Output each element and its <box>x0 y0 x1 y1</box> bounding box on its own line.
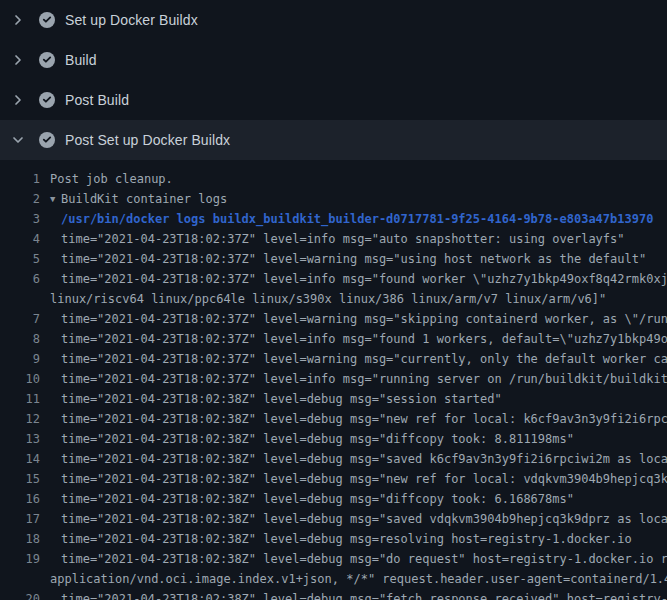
log-text: time="2021-04-23T18:02:38Z" level=debug … <box>61 429 574 449</box>
line-number <box>0 289 40 309</box>
line-number[interactable]: 9 <box>0 349 40 369</box>
chevron-right-icon <box>10 92 26 108</box>
log-group-row: ▼BuildKit container logs <box>50 189 227 209</box>
line-number[interactable]: 12 <box>0 409 40 429</box>
check-circle-icon <box>39 52 55 68</box>
log-row: 9time="2021-04-23T18:02:37Z" level=warni… <box>0 349 667 369</box>
line-number[interactable]: 6 <box>0 269 40 289</box>
line-number <box>0 569 40 589</box>
log-row: 14time="2021-04-23T18:02:38Z" level=debu… <box>0 449 667 469</box>
log-row: 16time="2021-04-23T18:02:38Z" level=debu… <box>0 489 667 509</box>
log-text: time="2021-04-23T18:02:38Z" level=debug … <box>61 409 667 429</box>
line-number[interactable]: 18 <box>0 529 40 549</box>
line-number[interactable]: 13 <box>0 429 40 449</box>
log-row: 2▼BuildKit container logs <box>0 189 667 209</box>
log-text: time="2021-04-23T18:02:37Z" level=warnin… <box>61 349 667 369</box>
line-number[interactable]: 1 <box>0 169 40 189</box>
log-text: time="2021-04-23T18:02:38Z" level=debug … <box>61 509 667 529</box>
line-number[interactable]: 20 <box>0 589 40 600</box>
line-number[interactable]: 2 <box>0 189 40 209</box>
log-text: time="2021-04-23T18:02:38Z" level=debug … <box>61 589 667 600</box>
log-panel: 1Post job cleanup.2▼BuildKit container l… <box>0 160 667 600</box>
log-text: time="2021-04-23T18:02:38Z" level=debug … <box>61 529 632 549</box>
check-circle-icon <box>39 132 55 148</box>
log-row: 6time="2021-04-23T18:02:37Z" level=info … <box>0 269 667 289</box>
step-label: Post Build <box>65 92 129 108</box>
line-number[interactable]: 3 <box>0 209 40 229</box>
log-text: time="2021-04-23T18:02:37Z" level=info m… <box>61 329 667 349</box>
log-text: time="2021-04-23T18:02:37Z" level=warnin… <box>61 249 646 269</box>
log-row: 1Post job cleanup. <box>0 169 667 189</box>
log-text: time="2021-04-23T18:02:37Z" level=warnin… <box>61 309 667 329</box>
log-row: application/vnd.oci.image.index.v1+json,… <box>0 569 667 589</box>
check-circle-icon <box>39 92 55 108</box>
log-row: 17time="2021-04-23T18:02:38Z" level=debu… <box>0 509 667 529</box>
log-group-title: BuildKit container logs <box>61 192 227 206</box>
log-text: time="2021-04-23T18:02:38Z" level=debug … <box>61 549 667 569</box>
step-label: Set up Docker Buildx <box>65 12 198 28</box>
chevron-right-icon <box>10 12 26 28</box>
log-rows: 1Post job cleanup.2▼BuildKit container l… <box>0 169 667 600</box>
log-row: 5time="2021-04-23T18:02:37Z" level=warni… <box>0 249 667 269</box>
log-row: 18time="2021-04-23T18:02:38Z" level=debu… <box>0 529 667 549</box>
step-row-post-build[interactable]: Post Build <box>0 80 667 120</box>
log-row: 10time="2021-04-23T18:02:37Z" level=info… <box>0 369 667 389</box>
steps-panel: Set up Docker Buildx Build Post Build Po… <box>0 0 667 160</box>
line-number[interactable]: 5 <box>0 249 40 269</box>
log-text: time="2021-04-23T18:02:38Z" level=debug … <box>61 389 502 409</box>
log-row: linux/riscv64 linux/ppc64le linux/s390x … <box>0 289 667 309</box>
command-text: /usr/bin/docker logs buildx_buildkit_bui… <box>61 209 653 229</box>
log-row: 7time="2021-04-23T18:02:37Z" level=warni… <box>0 309 667 329</box>
chevron-right-icon <box>10 52 26 68</box>
step-label: Build <box>65 52 97 68</box>
log-text: time="2021-04-23T18:02:38Z" level=debug … <box>61 489 574 509</box>
log-row: 4time="2021-04-23T18:02:37Z" level=info … <box>0 229 667 249</box>
line-number[interactable]: 17 <box>0 509 40 529</box>
step-row-build[interactable]: Build <box>0 40 667 80</box>
step-label: Post Set up Docker Buildx <box>65 132 230 148</box>
log-row: 13time="2021-04-23T18:02:38Z" level=debu… <box>0 429 667 449</box>
line-number[interactable]: 8 <box>0 329 40 349</box>
log-row: 11time="2021-04-23T18:02:38Z" level=debu… <box>0 389 667 409</box>
log-text: time="2021-04-23T18:02:37Z" level=info m… <box>61 269 667 289</box>
log-text: time="2021-04-23T18:02:38Z" level=debug … <box>61 449 667 469</box>
line-number[interactable]: 7 <box>0 309 40 329</box>
log-row: 12time="2021-04-23T18:02:38Z" level=debu… <box>0 409 667 429</box>
log-row: 15time="2021-04-23T18:02:38Z" level=debu… <box>0 469 667 489</box>
line-number[interactable]: 4 <box>0 229 40 249</box>
log-row: 20time="2021-04-23T18:02:38Z" level=debu… <box>0 589 667 600</box>
log-text: time="2021-04-23T18:02:38Z" level=debug … <box>61 469 667 489</box>
line-number[interactable]: 16 <box>0 489 40 509</box>
line-number[interactable]: 19 <box>0 549 40 569</box>
log-text: time="2021-04-23T18:02:37Z" level=info m… <box>61 229 625 249</box>
line-number[interactable]: 15 <box>0 469 40 489</box>
log-text: Post job cleanup. <box>50 169 173 189</box>
log-row: 8time="2021-04-23T18:02:37Z" level=info … <box>0 329 667 349</box>
line-number[interactable]: 14 <box>0 449 40 469</box>
line-number[interactable]: 11 <box>0 389 40 409</box>
collapse-triangle-icon[interactable]: ▼ <box>50 189 61 209</box>
check-circle-icon <box>39 12 55 28</box>
log-text: time="2021-04-23T18:02:37Z" level=info m… <box>61 369 667 389</box>
step-row-set-up-docker-buildx[interactable]: Set up Docker Buildx <box>0 0 667 40</box>
line-number[interactable]: 10 <box>0 369 40 389</box>
log-text: linux/riscv64 linux/ppc64le linux/s390x … <box>50 289 606 309</box>
log-text: application/vnd.oci.image.index.v1+json,… <box>50 569 667 589</box>
log-row: 19time="2021-04-23T18:02:38Z" level=debu… <box>0 549 667 569</box>
step-row-post-set-up-docker-buildx[interactable]: Post Set up Docker Buildx <box>0 120 667 160</box>
chevron-down-icon <box>10 132 26 148</box>
log-row: 3/usr/bin/docker logs buildx_buildkit_bu… <box>0 209 667 229</box>
